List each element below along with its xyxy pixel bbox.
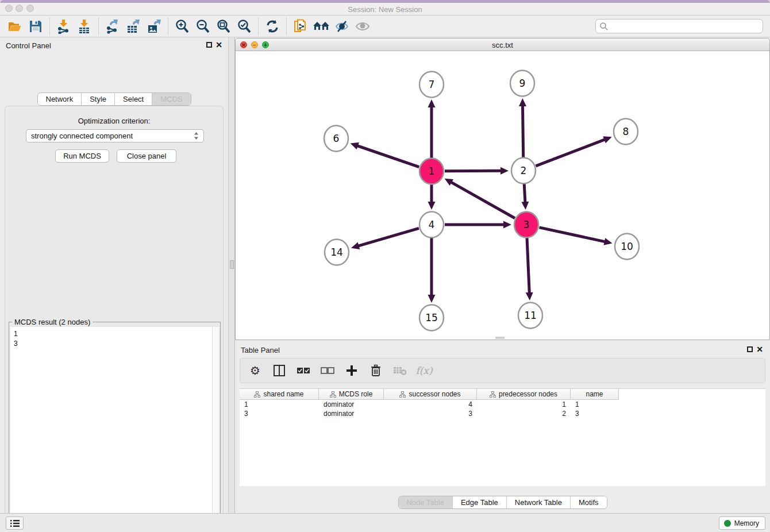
- tab-network[interactable]: Network: [37, 93, 82, 105]
- export-image-icon: [147, 19, 161, 34]
- export-image-button[interactable]: [144, 17, 164, 36]
- table-tab-edge-table[interactable]: Edge Table: [453, 496, 507, 508]
- table-row[interactable]: 3dominator323: [240, 409, 765, 418]
- attribute-icon: [399, 391, 406, 398]
- zoom-fit-button[interactable]: [213, 17, 234, 36]
- show-columns-button[interactable]: [271, 363, 287, 379]
- float-panel-icon[interactable]: [206, 42, 212, 48]
- attribute-icon: [254, 391, 260, 398]
- zoom-out-button[interactable]: [192, 17, 213, 36]
- duplicate-network-button[interactable]: [290, 17, 311, 36]
- function-builder-button[interactable]: f(x): [416, 363, 432, 379]
- zoom-in-icon: [175, 19, 190, 34]
- import-network-button[interactable]: [53, 17, 74, 36]
- graph-edge-3-11[interactable]: [527, 238, 529, 294]
- graph-node-14[interactable]: 14: [325, 240, 349, 265]
- toolbar-separator: [49, 18, 50, 35]
- first-neighbors-button[interactable]: [311, 17, 332, 36]
- criterion-dropdown[interactable]: strongly connected component: [26, 129, 204, 142]
- tab-style[interactable]: Style: [82, 93, 115, 105]
- import-table-button[interactable]: [74, 17, 95, 36]
- table-cell: dominator: [319, 409, 384, 418]
- network-window-title: scc.txt: [236, 41, 769, 49]
- gear-icon: ⚙: [250, 364, 260, 377]
- graph-edge-3-1[interactable]: [450, 182, 515, 218]
- table-row[interactable]: 1dominator411: [240, 400, 765, 409]
- add-column-button[interactable]: [344, 363, 360, 379]
- graph-node-label: 6: [333, 133, 340, 144]
- panel-divider[interactable]: [228, 37, 235, 513]
- deselect-all-button[interactable]: [319, 363, 336, 379]
- result-scrollbar[interactable]: [212, 327, 219, 532]
- status-bar: Memory: [0, 513, 770, 532]
- graph-edge-arrowhead: [521, 202, 529, 210]
- delete-column-button[interactable]: [368, 363, 384, 379]
- close-table-panel-icon[interactable]: ✕: [756, 345, 763, 354]
- export-table-button[interactable]: [123, 17, 144, 36]
- task-history-button[interactable]: [6, 516, 24, 530]
- graph-node-label: 11: [524, 310, 537, 321]
- graph-edge-3-10[interactable]: [539, 228, 606, 242]
- divider-handle[interactable]: [230, 260, 234, 269]
- list-icon: [10, 519, 20, 527]
- graph-edge-2-9[interactable]: [522, 105, 523, 157]
- export-network-button[interactable]: [102, 17, 123, 36]
- graph-node-4[interactable]: 4: [419, 212, 444, 238]
- table-tab-node-table[interactable]: Node Table: [398, 496, 453, 508]
- table-cell: 1: [571, 400, 619, 409]
- graph-node-7[interactable]: 7: [419, 72, 444, 98]
- graph-edge-2-3[interactable]: [524, 184, 525, 203]
- table-tab-network-table[interactable]: Network Table: [507, 496, 571, 508]
- table-settings-button[interactable]: ⚙: [247, 363, 263, 379]
- graph-edge-1-2[interactable]: [445, 171, 502, 171]
- graph-node-8[interactable]: 8: [614, 119, 638, 145]
- graph-node-9[interactable]: 9: [510, 71, 534, 97]
- close-panel-icon[interactable]: ✕: [215, 40, 222, 49]
- attribute-icon: [490, 391, 496, 398]
- column-header-MCDS-role[interactable]: MCDS role: [319, 389, 384, 400]
- graph-edge-1-6[interactable]: [356, 145, 419, 167]
- open-session-button[interactable]: [5, 17, 25, 36]
- hide-graphics-details-button[interactable]: [332, 17, 352, 36]
- search-input[interactable]: [609, 21, 763, 32]
- tab-mcds[interactable]: MCDS: [152, 93, 190, 105]
- column-header-successor-nodes[interactable]: successor nodes: [384, 389, 477, 400]
- float-table-panel-icon[interactable]: [747, 346, 753, 352]
- mcds-result-list[interactable]: 13: [10, 327, 219, 532]
- network-canvas[interactable]: 7968124314101511: [236, 51, 769, 340]
- column-header-shared-name[interactable]: shared name: [240, 389, 319, 400]
- graph-node-label: 2: [521, 165, 527, 176]
- graph-node-2[interactable]: 2: [511, 158, 536, 184]
- show-graphics-details-button[interactable]: [352, 17, 373, 36]
- canvas-scroll-handle[interactable]: [495, 337, 505, 339]
- control-panel-header: Control Panel ✕: [0, 37, 228, 53]
- table-tab-motifs[interactable]: Motifs: [571, 496, 607, 508]
- refresh-button[interactable]: [262, 17, 283, 36]
- tab-select[interactable]: Select: [115, 93, 152, 105]
- delete-table-button[interactable]: [392, 363, 408, 379]
- zoom-in-button[interactable]: [172, 17, 192, 36]
- toolbar-separator: [286, 18, 287, 35]
- zoom-selected-button[interactable]: [234, 17, 255, 36]
- network-window-titlebar[interactable]: ✕ − + scc.txt: [236, 38, 769, 51]
- run-mcds-button[interactable]: Run MCDS: [55, 149, 109, 163]
- graph-node-1[interactable]: 1: [419, 159, 444, 184]
- graph-node-15[interactable]: 15: [419, 305, 444, 331]
- graph-node-3[interactable]: 3: [514, 212, 538, 238]
- graph-node-10[interactable]: 10: [615, 234, 639, 260]
- select-all-button[interactable]: [295, 363, 311, 379]
- column-header-name[interactable]: name: [571, 389, 619, 400]
- mcds-result-group: MCDS result (2 nodes) 13: [9, 322, 221, 532]
- column-header-predecessor-nodes[interactable]: predecessor nodes: [477, 389, 571, 400]
- graph-edge-arrowhead: [503, 221, 511, 229]
- search-field[interactable]: [595, 19, 763, 33]
- memory-button[interactable]: Memory: [719, 516, 765, 530]
- houses-icon: [313, 19, 330, 34]
- graph-edge-2-8[interactable]: [536, 139, 606, 166]
- graph-node-6[interactable]: 6: [324, 126, 348, 152]
- graph-edge-4-14[interactable]: [357, 228, 419, 246]
- graph-node-11[interactable]: 11: [518, 303, 542, 329]
- save-session-button[interactable]: [25, 17, 46, 36]
- close-panel-button[interactable]: Close panel: [117, 149, 176, 163]
- graph-edge-arrowhead: [519, 98, 526, 106]
